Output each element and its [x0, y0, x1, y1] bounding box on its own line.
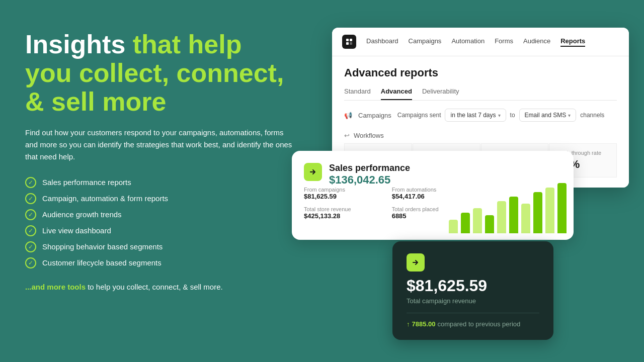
- list-item: ✓ Audience growth trends: [25, 209, 327, 220]
- svg-rect-1: [350, 39, 352, 41]
- chart-bar: [533, 192, 542, 233]
- sales-icon: [304, 163, 322, 181]
- filter-controls: Campaigns sent in the last 7 days ▾ to E…: [397, 109, 617, 122]
- nav-reports[interactable]: Reports: [560, 37, 585, 47]
- chart-bar: [473, 208, 482, 233]
- chart-bar: [497, 201, 506, 233]
- list-item: ✓ Campaign, automation & form reports: [25, 193, 327, 204]
- bar-group: [497, 201, 506, 233]
- tab-deliverability[interactable]: Deliverability: [422, 87, 459, 100]
- svg-rect-0: [346, 39, 349, 41]
- sales-card-inner: Sales performance $136,042.65: [304, 163, 561, 187]
- up-arrow-icon: ↑: [407, 320, 410, 328]
- chart-bar: [449, 220, 458, 233]
- check-icon: ✓: [25, 177, 36, 188]
- right-panel: Dashboard Campaigns Automation Forms Aud…: [292, 0, 644, 362]
- chevron-down-icon: ▾: [568, 113, 571, 118]
- change-amount: 7885.00: [412, 320, 436, 328]
- from-campaigns-value: $81,625.59: [304, 193, 386, 200]
- app-logo: [342, 35, 356, 49]
- workflow-row: ↩ Workflows: [344, 132, 617, 139]
- check-icon: ✓: [25, 241, 36, 252]
- nav-automation[interactable]: Automation: [451, 37, 485, 47]
- nav-campaigns[interactable]: Campaigns: [409, 37, 442, 47]
- tab-advanced[interactable]: Advanced: [381, 87, 412, 100]
- chart-bar: [461, 213, 470, 233]
- nav-forms[interactable]: Forms: [495, 37, 513, 47]
- from-campaigns-label: From campaigns: [304, 187, 386, 193]
- chart-bar: [521, 204, 530, 233]
- headline-green: that help: [125, 30, 242, 59]
- sales-title-group: Sales performance $136,042.65: [329, 163, 410, 187]
- chart-bar: [485, 215, 494, 233]
- change-label: compared to previous period: [438, 320, 521, 328]
- headline-white: Insights: [25, 30, 125, 59]
- total-revenue: Total store revenue $425,133.28: [304, 206, 386, 220]
- to-label: to: [510, 112, 515, 119]
- feature-label: Shopping behavior based segments: [42, 242, 163, 251]
- revenue-divider: [407, 313, 539, 313]
- total-revenue-label: Total store revenue: [304, 206, 386, 212]
- subtext: Find out how your customers respond to y…: [25, 127, 297, 163]
- channel-dropdown[interactable]: Email and SMS ▾: [519, 109, 577, 122]
- sales-amount: $136,042.65: [329, 173, 410, 187]
- from-campaigns: From campaigns $81,625.59: [304, 187, 386, 200]
- left-panel: Insights that help you collect, connect,…: [25, 30, 327, 291]
- headline: Insights that help you collect, connect,…: [25, 30, 327, 117]
- bar-chart: [449, 173, 549, 233]
- feature-label: Sales performance reports: [42, 178, 131, 187]
- nav-dashboard[interactable]: Dashboard: [366, 37, 398, 47]
- bar-group: [533, 192, 542, 233]
- feature-label: Campaign, automation & form reports: [42, 194, 168, 203]
- footer-text: ...and more tools to help you collect, c…: [25, 283, 327, 291]
- feature-label: Audience growth trends: [42, 210, 122, 219]
- feature-label: Customer lifecycle based segments: [42, 258, 162, 267]
- chevron-down-icon: ▾: [498, 113, 501, 118]
- revenue-amount: $81,625.59: [407, 277, 539, 295]
- chart-bar: [557, 183, 567, 233]
- filter-row-campaigns: 📢 Campaigns Campaigns sent in the last 7…: [344, 109, 617, 122]
- footer-prefix: ...and more tools: [25, 283, 86, 291]
- svg-rect-3: [350, 42, 352, 45]
- tabs-row: Standard Advanced Deliverability: [344, 87, 617, 101]
- browser-navbar: Dashboard Campaigns Automation Forms Aud…: [332, 28, 629, 56]
- check-icon: ✓: [25, 257, 36, 268]
- list-item: ✓ Live view dashboard: [25, 225, 327, 236]
- features-list: ✓ Sales performance reports ✓ Campaign, …: [25, 177, 327, 268]
- check-icon: ✓: [25, 225, 36, 236]
- nav-items: Dashboard Campaigns Automation Forms Aud…: [366, 37, 585, 47]
- workflow-icon: ↩: [344, 132, 350, 139]
- check-icon: ✓: [25, 193, 36, 204]
- list-item: ✓ Customer lifecycle based segments: [25, 257, 327, 268]
- sales-performance-card: Sales performance $136,042.65 From campa…: [292, 151, 574, 240]
- check-icon: ✓: [25, 209, 36, 220]
- chart-bar: [545, 188, 554, 233]
- bar-group: [521, 204, 530, 233]
- sent-label: Campaigns sent: [397, 112, 441, 119]
- bar-group: [545, 188, 554, 233]
- channels-label: channels: [580, 112, 604, 119]
- bar-group: [461, 213, 470, 233]
- nav-audience[interactable]: Audience: [523, 37, 550, 47]
- bar-group: [557, 183, 567, 233]
- revenue-icon: [407, 253, 425, 272]
- chart-bar: [509, 197, 518, 233]
- channel-value: Email and SMS: [525, 112, 567, 119]
- list-item: ✓ Sales performance reports: [25, 177, 327, 188]
- revenue-change: ↑ 7885.00 compared to previous period: [407, 320, 539, 328]
- workflows-label: Workflows: [354, 132, 384, 139]
- tab-standard[interactable]: Standard: [344, 87, 371, 100]
- headline-line3: & sell more: [25, 87, 166, 116]
- bar-group: [449, 220, 458, 233]
- revenue-card: $81,625.59 Total campaign revenue ↑ 7885…: [392, 241, 553, 340]
- campaigns-label: Campaigns: [358, 112, 391, 119]
- svg-rect-2: [346, 42, 349, 45]
- revenue-label: Total campaign revenue: [407, 297, 539, 305]
- list-item: ✓ Shopping behavior based segments: [25, 241, 327, 252]
- bar-group: [485, 215, 494, 233]
- sales-title: Sales performance: [329, 163, 410, 173]
- headline-line2: you collect, connect,: [25, 58, 284, 87]
- period-value: in the last 7 days: [450, 112, 496, 119]
- period-dropdown[interactable]: in the last 7 days ▾: [445, 109, 506, 122]
- bar-group: [473, 208, 482, 233]
